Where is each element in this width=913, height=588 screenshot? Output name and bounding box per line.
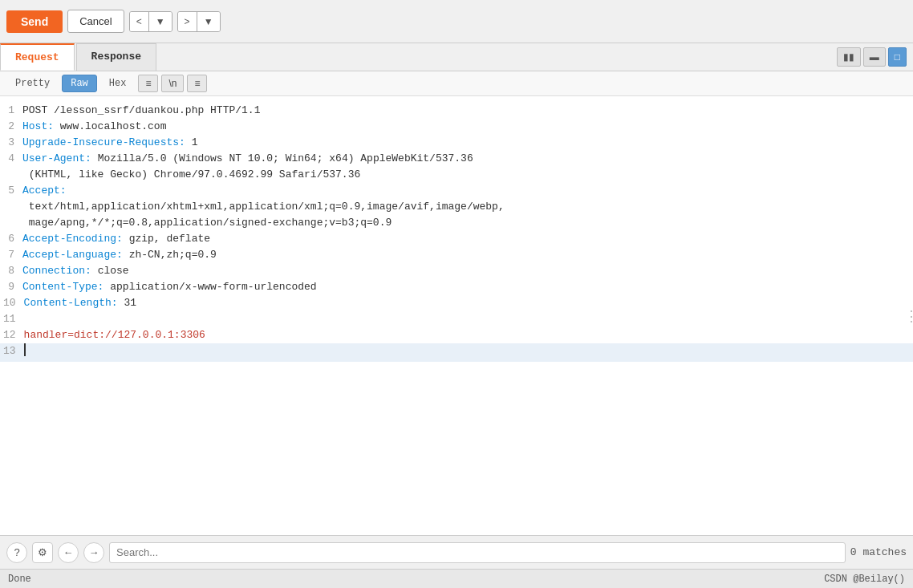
line-content: Accept-Encoding: gzip, deflate bbox=[22, 231, 913, 247]
view-toggle-split-h[interactable]: ▮▮ bbox=[837, 47, 861, 67]
line-content: Host: www.localhost.com bbox=[22, 119, 913, 135]
line-num: 6 bbox=[0, 231, 22, 247]
table-row: 11 bbox=[0, 311, 913, 327]
code-content: 1 POST /lesson_ssrf/duankou.php HTTP/1.1… bbox=[0, 96, 913, 535]
line-content: Content-Length: 31 bbox=[24, 295, 913, 311]
table-row: text/html,application/xhtml+xml,applicat… bbox=[0, 199, 913, 215]
line-num: 3 bbox=[0, 135, 22, 151]
format-newline-button[interactable]: \n bbox=[161, 75, 184, 92]
send-button[interactable]: Send bbox=[6, 10, 63, 33]
status-bar: Done CSDN @Beilay() bbox=[0, 569, 913, 588]
table-row: 1 POST /lesson_ssrf/duankou.php HTTP/1.1 bbox=[0, 103, 913, 119]
table-row: 13 bbox=[0, 343, 913, 362]
line-num: 4 bbox=[0, 151, 22, 167]
search-forward-button[interactable]: → bbox=[83, 542, 104, 563]
line-content: Content-Type: application/x-www-form-url… bbox=[22, 279, 913, 295]
line-num: 12 bbox=[0, 327, 24, 343]
table-row: 6 Accept-Encoding: gzip, deflate bbox=[0, 231, 913, 247]
line-num: 7 bbox=[0, 247, 22, 263]
format-tab-raw[interactable]: Raw bbox=[62, 75, 97, 92]
format-tab-pretty[interactable]: Pretty bbox=[6, 75, 59, 92]
line-content: text/html,application/xhtml+xml,applicat… bbox=[22, 199, 913, 215]
format-wrap-button[interactable]: ≡ bbox=[187, 75, 207, 92]
nav-back-dropdown-button[interactable]: ▼ bbox=[149, 12, 172, 31]
code-area[interactable]: ⋮ 1 POST /lesson_ssrf/duankou.php HTTP/1… bbox=[0, 96, 913, 535]
table-row: 7 Accept-Language: zh-CN,zh;q=0.9 bbox=[0, 247, 913, 263]
tabs-header: Request Response ▮▮ ▬ □ bbox=[0, 43, 913, 71]
line-content: Upgrade-Insecure-Requests: 1 bbox=[22, 135, 913, 151]
table-row: (KHTML, like Gecko) Chrome/97.0.4692.99 … bbox=[0, 167, 913, 183]
line-num: 13 bbox=[0, 343, 24, 359]
bottom-search-bar: ? ⚙ ← → 0 matches bbox=[0, 535, 913, 569]
match-count: 0 matches bbox=[850, 546, 907, 558]
line-content: Connection: close bbox=[22, 263, 913, 279]
settings-button[interactable]: ⚙ bbox=[32, 542, 53, 563]
line-num: 5 bbox=[0, 183, 22, 199]
line-num: 1 bbox=[0, 103, 22, 119]
table-row: 9 Content-Type: application/x-www-form-u… bbox=[0, 279, 913, 295]
nav-back-button[interactable]: < bbox=[130, 12, 149, 31]
line-num: 8 bbox=[0, 263, 22, 279]
nav-forward-button[interactable]: > bbox=[178, 12, 197, 31]
search-back-button[interactable]: ← bbox=[58, 542, 79, 563]
table-row: 2 Host: www.localhost.com bbox=[0, 119, 913, 135]
line-content: (KHTML, like Gecko) Chrome/97.0.4692.99 … bbox=[22, 167, 913, 183]
help-button[interactable]: ? bbox=[6, 542, 27, 563]
line-content: mage/apng,*/*;q=0.8,application/signed-e… bbox=[22, 215, 913, 231]
line-content bbox=[24, 311, 913, 327]
view-toggle-full[interactable]: □ bbox=[888, 47, 907, 67]
format-tabs-bar: Pretty Raw Hex ≡ \n ≡ bbox=[0, 71, 913, 96]
line-content: handler=dict://127.0.0.1:3306 bbox=[24, 327, 913, 343]
cancel-button[interactable]: Cancel bbox=[67, 10, 124, 33]
line-num: 10 bbox=[0, 295, 24, 311]
line-content: POST /lesson_ssrf/duankou.php HTTP/1.1 bbox=[22, 103, 913, 119]
drag-handle[interactable]: ⋮ bbox=[907, 96, 913, 535]
tab-response[interactable]: Response bbox=[76, 43, 156, 71]
line-content: User-Agent: Mozilla/5.0 (Windows NT 10.0… bbox=[22, 151, 913, 167]
line-num: 9 bbox=[0, 279, 22, 295]
nav-left-group: < ▼ bbox=[129, 11, 172, 32]
line-content: Accept: bbox=[22, 183, 913, 199]
line-num: 11 bbox=[0, 311, 24, 327]
toolbar: Send Cancel < ▼ > ▼ bbox=[0, 0, 913, 43]
search-input[interactable] bbox=[109, 542, 846, 563]
nav-right-group: > ▼ bbox=[177, 11, 221, 32]
drag-dots-icon: ⋮ bbox=[904, 307, 914, 325]
view-toggle-split-v[interactable]: ▬ bbox=[863, 47, 886, 67]
table-row: 3 Upgrade-Insecure-Requests: 1 bbox=[0, 135, 913, 151]
line-content bbox=[24, 343, 913, 362]
view-toggles: ▮▮ ▬ □ bbox=[830, 44, 913, 70]
line-content: Accept-Language: zh-CN,zh;q=0.9 bbox=[22, 247, 913, 263]
format-tab-hex[interactable]: Hex bbox=[100, 75, 136, 92]
tab-request[interactable]: Request bbox=[0, 43, 75, 71]
table-row: 8 Connection: close bbox=[0, 263, 913, 279]
status-left: Done bbox=[8, 574, 31, 585]
table-row: 5 Accept: bbox=[0, 183, 913, 199]
line-num: 2 bbox=[0, 119, 22, 135]
format-filter-button[interactable]: ≡ bbox=[138, 75, 158, 92]
table-row: 4 User-Agent: Mozilla/5.0 (Windows NT 10… bbox=[0, 151, 913, 167]
nav-forward-dropdown-button[interactable]: ▼ bbox=[197, 12, 220, 31]
table-row: 12 handler=dict://127.0.0.1:3306 bbox=[0, 327, 913, 343]
table-row: mage/apng,*/*;q=0.8,application/signed-e… bbox=[0, 215, 913, 231]
table-row: 10 Content-Length: 31 bbox=[0, 295, 913, 311]
status-right: CSDN @Beilay() bbox=[824, 574, 905, 585]
